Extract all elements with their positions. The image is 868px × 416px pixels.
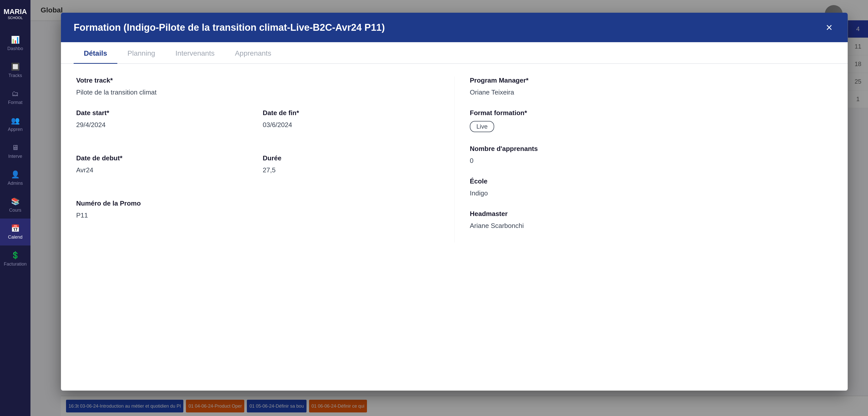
date-debut-label: Date de debut*	[76, 154, 253, 162]
sidebar-item-label: Tracks	[8, 73, 22, 78]
live-badge: Live	[470, 121, 494, 132]
sidebar-item-label: Facturation	[4, 262, 27, 267]
tab-intervenants[interactable]: Intervenants	[165, 42, 225, 64]
program-manager-label: Program Manager*	[470, 77, 832, 84]
sidebar-item-label: Dashbo	[7, 46, 23, 51]
votre-track-value: Pilote de la transition climat	[76, 88, 439, 96]
date-debut-value: Avr24	[76, 166, 253, 174]
calendar-icon: 📅	[11, 224, 20, 233]
field-date-start: Date start* 29/4/2024	[76, 109, 253, 129]
ecole-label: École	[470, 177, 832, 185]
headmaster-label: Headmaster	[470, 210, 832, 218]
numero-promo-value: P11	[76, 211, 439, 219]
app-logo: MARIA SCHOOL	[4, 8, 27, 20]
headmaster-value: Ariane Scarbonchi	[470, 222, 832, 230]
sidebar-item-facturation[interactable]: 💲 Facturation	[0, 245, 30, 272]
date-start-label: Date start*	[76, 109, 253, 117]
main-content: Global 4 11 18 25 1 16:3t 03-06-	[30, 0, 868, 416]
field-duree: Durée 27,5	[263, 154, 439, 174]
dashboard-icon: 📊	[11, 36, 20, 44]
nombre-apprenants-value: 0	[470, 157, 832, 165]
facturation-icon: 💲	[11, 251, 20, 260]
formation-modal: Formation (Indigo-Pilote de la transitio…	[61, 13, 848, 391]
admins-icon: 👤	[11, 170, 20, 179]
sidebar-item-cours[interactable]: 📚 Cours	[0, 191, 30, 218]
tab-details[interactable]: Détails	[74, 42, 117, 64]
intervenants-icon: 🖥	[12, 143, 19, 152]
sidebar-item-dashboard[interactable]: 📊 Dashbo	[0, 30, 30, 57]
sidebar-item-label: Cours	[9, 208, 21, 213]
app-background: MARIA SCHOOL 📊 Dashbo 🔲 Tracks 🗂 Format …	[0, 0, 868, 416]
field-program-manager: Program Manager* Oriane Teixeira	[470, 77, 832, 96]
sidebar-item-label: Calend	[8, 235, 22, 240]
sidebar-item-tracks[interactable]: 🔲 Tracks	[0, 57, 30, 84]
modal-body: Votre track* Pilote de la transition cli…	[61, 64, 848, 391]
format-formation-value: Live	[470, 121, 832, 132]
form-left: Votre track* Pilote de la transition cli…	[76, 77, 454, 242]
date-fin-label: Date de fin*	[263, 109, 439, 117]
field-votre-track: Votre track* Pilote de la transition cli…	[76, 77, 439, 96]
sidebar-item-admins[interactable]: 👤 Admins	[0, 165, 30, 191]
votre-track-label: Votre track*	[76, 77, 439, 84]
cours-icon: 📚	[11, 197, 20, 206]
field-ecole: École Indigo	[470, 177, 832, 197]
sidebar-item-calendar[interactable]: 📅 Calend	[0, 218, 30, 245]
nombre-apprenants-label: Nombre d'apprenants	[470, 145, 832, 153]
numero-promo-label: Numéro de la Promo	[76, 200, 439, 207]
format-icon: 🗂	[12, 89, 19, 98]
sidebar-item-label: Interve	[8, 154, 22, 159]
format-formation-label: Format formation*	[470, 109, 832, 117]
modal-close-button[interactable]: ×	[823, 22, 835, 33]
ecole-value: Indigo	[470, 189, 832, 197]
dates-row-2: Date de debut* Avr24 Durée 27,5	[76, 154, 439, 187]
modal-title: Formation (Indigo-Pilote de la transitio…	[74, 22, 385, 33]
modal-tabs: Détails Planning Intervenants Apprenants	[61, 42, 848, 64]
tracks-icon: 🔲	[11, 62, 20, 71]
sidebar-item-label: Format	[8, 100, 22, 105]
field-headmaster: Headmaster Ariane Scarbonchi	[470, 210, 832, 230]
program-manager-value: Oriane Teixeira	[470, 88, 832, 96]
modal-header: Formation (Indigo-Pilote de la transitio…	[61, 13, 848, 42]
sidebar: MARIA SCHOOL 📊 Dashbo 🔲 Tracks 🗂 Format …	[0, 0, 30, 416]
sidebar-item-format[interactable]: 🗂 Format	[0, 84, 30, 111]
form-section: Votre track* Pilote de la transition cli…	[76, 77, 832, 242]
sidebar-item-label: Appren	[8, 127, 23, 132]
form-right: Program Manager* Oriane Teixeira Format …	[454, 77, 832, 242]
sidebar-item-label: Admins	[8, 181, 23, 186]
field-date-debut: Date de debut* Avr24	[76, 154, 253, 174]
field-format-formation: Format formation* Live	[470, 109, 832, 132]
tab-planning[interactable]: Planning	[117, 42, 165, 64]
apprenants-icon: 👥	[11, 116, 20, 125]
dates-row-1: Date start* 29/4/2024 Date de fin* 03/6/…	[76, 109, 439, 142]
sidebar-item-apprenants[interactable]: 👥 Appren	[0, 111, 30, 138]
duree-value: 27,5	[263, 166, 439, 174]
tab-apprenants[interactable]: Apprenants	[225, 42, 281, 64]
field-date-fin: Date de fin* 03/6/2024	[263, 109, 439, 129]
date-start-value: 29/4/2024	[76, 121, 253, 129]
field-nombre-apprenants: Nombre d'apprenants 0	[470, 145, 832, 165]
duree-label: Durée	[263, 154, 439, 162]
date-fin-value: 03/6/2024	[263, 121, 439, 129]
field-numero-promo: Numéro de la Promo P11	[76, 200, 439, 219]
sidebar-item-intervenants[interactable]: 🖥 Interve	[0, 138, 30, 165]
